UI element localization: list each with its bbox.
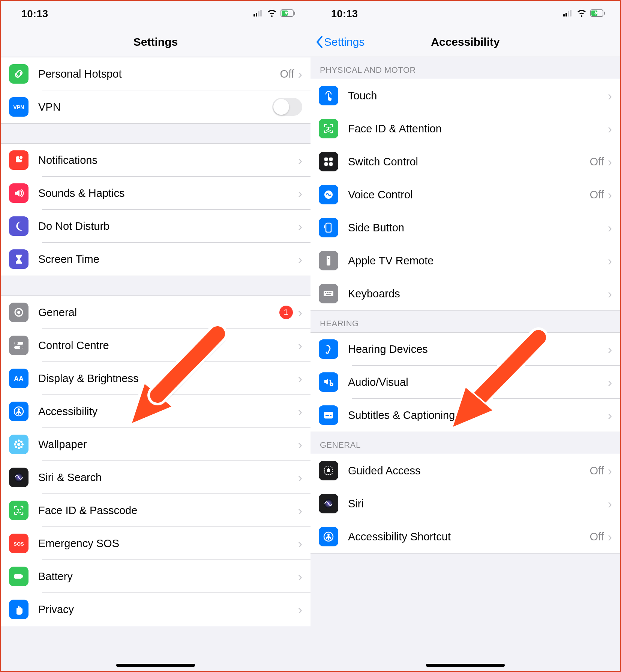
row-keyboards[interactable]: Keyboards › [310,277,620,310]
home-indicator [116,664,195,667]
row-label: VPN [38,101,272,113]
siri-icon [319,494,338,513]
section-gap [1,276,310,296]
status-bar: 10:13 [1,1,310,27]
row-label: Apple TV Remote [348,255,608,267]
row-value: Off [280,68,294,80]
back-label: Settings [324,36,364,48]
svg-rect-12 [570,10,572,16]
svg-rect-9 [563,14,565,16]
row-wallpaper[interactable]: Wallpaper › [1,428,310,461]
keyboard-icon [319,284,338,303]
row-voice-control[interactable]: Voice Control Off› [310,178,620,211]
row-subtitles-captioning[interactable]: Subtitles & Captioning › [310,399,620,432]
row-label: Control Centre [38,339,298,352]
chevron-right-icon: › [298,569,302,584]
row-personal-hotspot[interactable]: Personal Hotspot Off› [1,57,310,90]
person-circle-icon [319,527,338,546]
row-guided-access[interactable]: Guided Access Off› [310,454,620,487]
moon-icon [9,216,28,236]
row-label: Hearing Devices [348,343,608,356]
page-title: Settings [134,36,178,48]
nav-bar: Settings Accessibility [310,27,620,57]
row-label: Keyboards [348,288,608,300]
section: Notifications › Sounds & Haptics › Do No… [1,143,310,276]
settings-list[interactable]: Personal Hotspot Off› VPN Notifications … [1,57,310,671]
flower-icon [9,435,28,454]
chevron-left-icon [316,36,323,48]
accessibility-list[interactable]: Physical and Motor Touch › Face ID & Att… [310,57,620,671]
row-value: Off [590,531,604,543]
row-label: Wallpaper [38,438,298,451]
chevron-right-icon: › [298,470,302,485]
chevron-right-icon: › [298,503,302,518]
row-label: Face ID & Attention [348,123,608,135]
guided-icon [319,461,338,480]
row-label: Battery [38,570,298,583]
row-label: Do Not Disturb [38,220,298,232]
chevron-right-icon: › [608,408,612,423]
svg-rect-11 [568,11,569,16]
row-sounds-haptics[interactable]: Sounds & Haptics › [1,177,310,210]
page-title: Accessibility [431,36,500,48]
hourglass-icon [9,249,28,269]
battery-icon [9,567,28,586]
chevron-right-icon: › [608,154,612,169]
chevron-right-icon: › [608,342,612,357]
row-battery[interactable]: Battery › [1,560,310,593]
battery-icon [280,9,296,18]
row-label: Screen Time [38,253,298,266]
chevron-right-icon: › [298,338,302,353]
chevron-right-icon: › [608,464,612,478]
status-time: 10:13 [331,8,358,20]
chevron-right-icon: › [298,186,302,201]
ear-icon [319,339,338,359]
section: Guided Access Off› Siri › Accessibility … [310,454,620,554]
row-touch[interactable]: Touch › [310,79,620,112]
row-accessibility-shortcut[interactable]: Accessibility Shortcut Off› [310,520,620,553]
row-label: Siri & Search [38,471,298,484]
row-emergency-sos[interactable]: Emergency SOS › [1,527,310,560]
audiovisual-icon [319,372,338,392]
row-label: Accessibility [38,405,298,418]
faceid-icon [319,119,338,138]
chevron-right-icon: › [298,536,302,551]
row-accessibility[interactable]: Accessibility › [1,395,310,428]
person-circle-icon [9,402,28,421]
voice-icon [319,185,338,204]
row-label: Privacy [38,603,298,616]
row-siri-search[interactable]: Siri & Search › [1,461,310,494]
row-control-centre[interactable]: Control Centre › [1,329,310,362]
section-header: Hearing [310,310,620,332]
row-hearing-devices[interactable]: Hearing Devices › [310,333,620,366]
row-label: Notifications [38,154,298,166]
chevron-right-icon: › [298,602,302,617]
row-switch-control[interactable]: Switch Control Off› [310,145,620,178]
row-screen-time[interactable]: Screen Time › [1,243,310,276]
row-privacy[interactable]: Privacy › [1,593,310,626]
sos-icon [9,534,28,553]
row-display-brightness[interactable]: Display & Brightness › [1,362,310,395]
row-siri[interactable]: Siri › [310,487,620,520]
row-label: Side Button [348,222,608,234]
nav-bar: Settings [1,27,310,57]
row-label: Sounds & Haptics [38,187,298,200]
row-audio-visual[interactable]: Audio/Visual › [310,366,620,399]
row-notifications[interactable]: Notifications › [1,144,310,177]
row-face-id-passcode[interactable]: Face ID & Passcode › [1,494,310,527]
row-face-id-attention[interactable]: Face ID & Attention › [310,112,620,145]
status-bar: 10:13 [310,1,620,27]
row-label: Touch [348,90,608,102]
svg-rect-3 [260,10,262,16]
row-general[interactable]: General 1› [1,296,310,329]
toggle-switch[interactable] [272,98,302,116]
chevron-right-icon: › [298,67,302,81]
chevron-right-icon: › [608,254,612,268]
chevron-right-icon: › [298,219,302,234]
row-vpn[interactable]: VPN [1,90,310,123]
subtitles-icon [319,405,338,425]
row-apple-tv-remote[interactable]: Apple TV Remote › [310,244,620,277]
row-do-not-disturb[interactable]: Do Not Disturb › [1,210,310,243]
row-side-button[interactable]: Side Button › [310,211,620,244]
back-button[interactable]: Settings [316,27,364,57]
